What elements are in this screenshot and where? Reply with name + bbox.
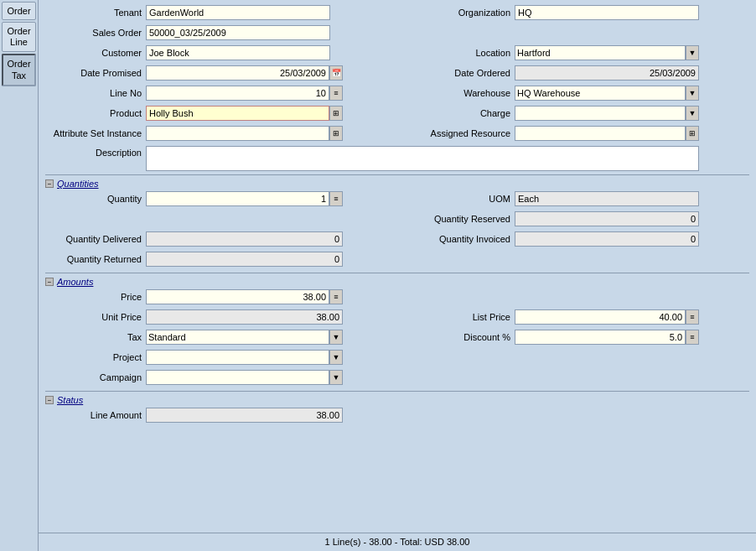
tax-dropdown-icon[interactable]: ▼: [329, 330, 343, 345]
sidebar-ordertax-btn[interactable]: OrderTax: [2, 54, 36, 86]
charge-select[interactable]: [515, 106, 686, 121]
warehouse-dropdown-icon[interactable]: ▼: [686, 86, 699, 101]
customer-input[interactable]: [146, 45, 330, 60]
qty-returned-input: [146, 252, 343, 267]
customer-label: Customer: [45, 48, 146, 58]
description-textarea[interactable]: [146, 146, 699, 171]
tenant-label: Tenant: [45, 8, 146, 18]
project-select[interactable]: [146, 350, 329, 365]
tax-label: Tax: [45, 332, 146, 342]
status-toggle[interactable]: −: [45, 396, 54, 404]
assigned-resource-input[interactable]: [515, 126, 686, 141]
discount-input[interactable]: [515, 330, 686, 345]
quantities-toggle[interactable]: −: [45, 179, 54, 188]
charge-dropdown-icon[interactable]: ▼: [686, 106, 699, 121]
qty-reserved-label: Quantity Reserved: [406, 214, 515, 224]
warehouse-label: Warehouse: [406, 88, 515, 98]
warehouse-select[interactable]: HQ Warehouse: [515, 86, 686, 101]
product-label: Product: [45, 108, 146, 118]
location-select[interactable]: Hartford: [515, 45, 686, 60]
date-promised-picker-btn[interactable]: 📅: [329, 65, 343, 81]
unit-price-input: [146, 309, 343, 325]
campaign-select[interactable]: [146, 370, 329, 385]
status-section-title: Status: [57, 395, 83, 405]
product-input[interactable]: [146, 106, 329, 121]
qty-returned-label: Quantity Returned: [45, 254, 146, 264]
sales-order-input[interactable]: [146, 25, 330, 40]
description-label: Description: [45, 146, 146, 158]
discount-btn[interactable]: ≡: [686, 330, 699, 345]
unit-price-label: Unit Price: [45, 312, 146, 322]
location-label: Location: [406, 48, 515, 58]
date-ordered-label: Date Ordered: [406, 68, 515, 78]
attr-set-label: Attribute Set Instance: [45, 128, 146, 138]
attr-set-input[interactable]: [146, 126, 329, 141]
qty-reserved-input: [515, 211, 699, 226]
sidebar-order-btn[interactable]: Order: [2, 2, 36, 20]
price-label: Price: [45, 292, 146, 302]
assigned-resource-btn[interactable]: ⊞: [686, 126, 699, 141]
list-price-btn[interactable]: ≡: [686, 309, 699, 325]
quantity-input[interactable]: [146, 191, 329, 206]
line-no-input[interactable]: [146, 86, 329, 101]
price-input[interactable]: [146, 289, 329, 304]
line-amount-label: Line Amount: [45, 410, 146, 420]
org-label: Organization: [406, 8, 515, 18]
quantities-section-title: Quantities: [57, 179, 99, 189]
date-promised-label: Date Promised: [45, 68, 146, 78]
attr-set-btn[interactable]: ⊞: [329, 126, 343, 141]
qty-delivered-input: [146, 231, 343, 247]
assigned-resource-label: Assigned Resource: [406, 128, 515, 138]
qty-invoiced-label: Quantity Invoiced: [406, 234, 515, 244]
date-ordered-input: [515, 65, 699, 81]
tenant-input[interactable]: [146, 5, 330, 20]
org-input[interactable]: [515, 5, 699, 20]
line-amount-input: [146, 408, 343, 423]
campaign-dropdown-icon[interactable]: ▼: [329, 370, 343, 385]
amounts-toggle[interactable]: −: [45, 278, 54, 286]
qty-delivered-label: Quantity Delivered: [45, 234, 146, 244]
status-bar: 1 Line(s) - 38.00 - Total: USD 38.00: [39, 533, 756, 551]
list-price-input: [515, 309, 686, 325]
tax-select[interactable]: Standard: [146, 330, 329, 345]
sidebar-orderline-btn[interactable]: OrderLine: [2, 22, 36, 52]
quantity-btn[interactable]: ≡: [329, 191, 343, 206]
amounts-section-title: Amounts: [57, 277, 93, 287]
uom-input: [515, 191, 699, 206]
price-btn[interactable]: ≡: [329, 289, 343, 304]
uom-label: UOM: [406, 194, 515, 204]
sales-order-label: Sales Order: [45, 28, 146, 38]
quantity-label: Quantity: [45, 194, 146, 204]
qty-invoiced-input: [515, 231, 699, 247]
project-dropdown-icon[interactable]: ▼: [329, 350, 343, 365]
date-promised-input[interactable]: [146, 65, 329, 81]
line-no-btn[interactable]: ≡: [329, 86, 343, 101]
product-lookup-btn[interactable]: ⊞: [329, 106, 343, 121]
list-price-label: List Price: [406, 312, 515, 322]
charge-label: Charge: [406, 108, 515, 118]
line-no-label: Line No: [45, 88, 146, 98]
project-label: Project: [45, 352, 146, 362]
campaign-label: Campaign: [45, 372, 146, 382]
discount-label: Discount %: [406, 332, 515, 342]
location-dropdown-icon[interactable]: ▼: [686, 45, 699, 60]
